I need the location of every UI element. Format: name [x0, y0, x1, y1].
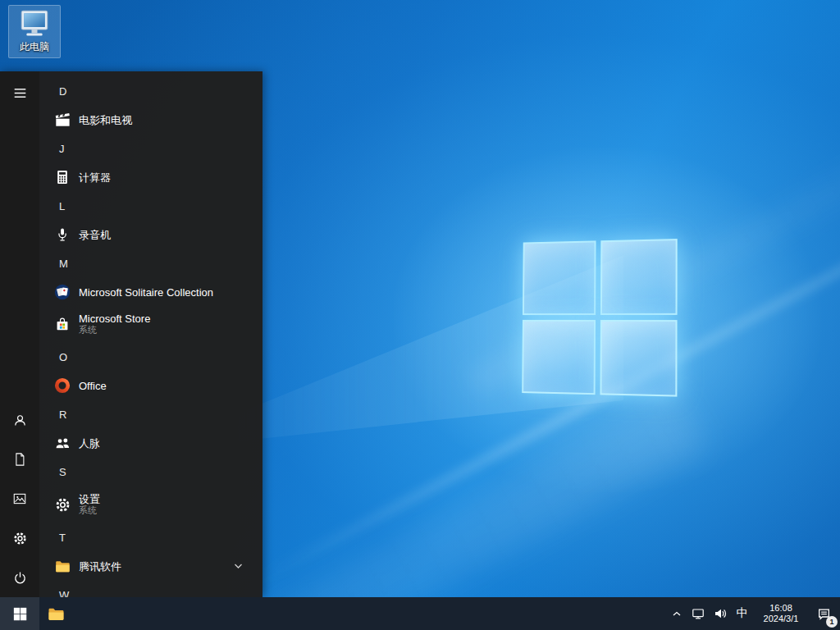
ime-label: 中: [737, 606, 748, 621]
hamburger-icon: [13, 86, 27, 100]
app-label: 人脉: [79, 437, 100, 450]
letter-header-j[interactable]: J: [39, 134, 262, 163]
taskbar: 中 16:08 2024/3/1 1: [0, 597, 840, 630]
letter-header-w[interactable]: W: [39, 580, 262, 597]
clock-date: 2024/3/1: [764, 614, 799, 625]
picture-icon: [12, 491, 27, 506]
app-item-microsoft-store[interactable]: Microsoft Store 系统: [39, 306, 262, 342]
app-item-people[interactable]: 人脉: [39, 429, 262, 457]
power-icon: [12, 570, 28, 586]
gear-icon: [52, 495, 72, 514]
letter-label: R: [59, 409, 66, 421]
windows-logo-pane: [522, 320, 596, 395]
file-explorer-icon: [46, 604, 66, 623]
microsoft-store-icon: [52, 314, 72, 334]
microphone-icon: [52, 225, 72, 244]
letter-header-l[interactable]: L: [39, 191, 262, 221]
app-label: 设置: [79, 493, 100, 505]
chevron-down-icon[interactable]: [234, 563, 243, 569]
clock-time: 16:08: [769, 603, 792, 614]
network-button[interactable]: [687, 597, 709, 630]
volume-button[interactable]: [709, 597, 731, 630]
chevron-up-icon: [672, 610, 682, 617]
app-item-tencent-folder[interactable]: 腾讯软件: [39, 552, 262, 580]
action-center-button[interactable]: 1: [809, 597, 838, 630]
start-menu-rail: [0, 71, 39, 597]
letter-label: M: [59, 258, 68, 270]
gear-icon: [12, 531, 28, 546]
app-label: 计算器: [79, 171, 111, 184]
app-sublabel: 系统: [79, 505, 100, 516]
app-item-calculator[interactable]: 计算器: [39, 163, 262, 191]
letter-label: J: [59, 143, 65, 155]
windows-start-icon: [13, 607, 27, 621]
app-item-movies-tv[interactable]: 电影和电视: [39, 106, 262, 134]
letter-label: O: [59, 351, 67, 363]
letter-header-t[interactable]: T: [39, 523, 262, 552]
windows-logo-pane: [523, 240, 596, 315]
start-menu-app-list: D 电影和电视 J: [39, 71, 262, 597]
app-label: Microsoft Solitaire Collection: [79, 286, 213, 299]
speaker-icon: [714, 607, 727, 620]
solitaire-icon: [52, 282, 72, 302]
app-label: Microsoft Store: [79, 313, 150, 325]
letter-header-m[interactable]: M: [39, 249, 262, 278]
power-button[interactable]: [0, 558, 39, 597]
ime-indicator[interactable]: 中: [731, 597, 753, 630]
start-menu: D 电影和电视 J: [0, 71, 262, 597]
letter-label: S: [59, 466, 66, 478]
expand-menu-button[interactable]: [0, 73, 39, 112]
letter-header-d[interactable]: D: [39, 76, 262, 106]
app-item-settings[interactable]: 设置 系统: [39, 486, 262, 523]
computer-monitor-icon: [17, 9, 52, 39]
app-item-solitaire[interactable]: Microsoft Solitaire Collection: [39, 278, 262, 306]
app-label: Office: [79, 380, 107, 392]
system-tray: 中 16:08 2024/3/1 1: [667, 597, 840, 630]
office-icon: [52, 376, 72, 395]
desktop-icon-label: 此电脑: [20, 40, 49, 54]
letter-label: D: [59, 85, 66, 98]
windows-logo-pane: [600, 239, 678, 315]
letter-label: W: [59, 589, 69, 598]
app-label: 腾讯软件: [79, 560, 121, 573]
tray-overflow-button[interactable]: [667, 597, 687, 630]
pictures-button[interactable]: [0, 479, 39, 518]
app-label: 电影和电视: [79, 114, 132, 126]
app-item-voice-recorder[interactable]: 录音机: [39, 221, 262, 249]
start-button[interactable]: [0, 597, 39, 630]
document-icon: [12, 452, 27, 467]
windows-logo-pane: [600, 320, 677, 397]
people-icon: [52, 433, 72, 453]
folder-icon: [52, 556, 72, 576]
letter-header-r[interactable]: R: [39, 399, 262, 429]
letter-header-o[interactable]: O: [39, 342, 262, 372]
notification-badge: 1: [826, 616, 838, 628]
account-button[interactable]: [0, 400, 39, 440]
clock[interactable]: 16:08 2024/3/1: [753, 597, 809, 630]
windows-wallpaper-logo: [522, 239, 677, 397]
calculator-icon: [52, 167, 72, 187]
desktop-icon-this-pc[interactable]: 此电脑: [8, 5, 61, 58]
letter-label: L: [59, 200, 65, 212]
app-label: 录音机: [79, 229, 111, 241]
app-sublabel: 系统: [79, 325, 150, 336]
letter-label: T: [59, 532, 66, 544]
settings-button[interactable]: [0, 518, 39, 558]
file-explorer-button[interactable]: [39, 597, 72, 630]
movies-tv-icon: [52, 110, 72, 130]
network-icon: [692, 607, 705, 620]
letter-header-s[interactable]: S: [39, 457, 262, 486]
documents-button[interactable]: [0, 440, 39, 479]
app-item-office[interactable]: Office: [39, 372, 262, 399]
user-icon: [12, 413, 28, 428]
